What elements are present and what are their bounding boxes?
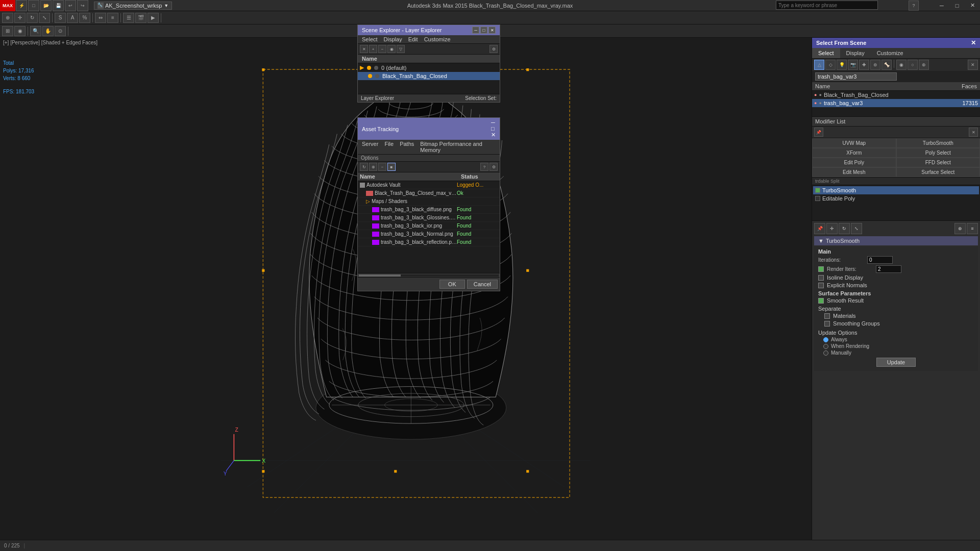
le-menu-customize[interactable]: Customize xyxy=(424,36,451,42)
pan-btn[interactable]: ✋ xyxy=(42,26,54,36)
orbit-btn[interactable]: ⊙ xyxy=(55,26,66,36)
at-tb-remove[interactable]: − xyxy=(378,163,386,171)
mod-btn-surface-select[interactable]: Surface Select xyxy=(896,167,981,177)
asset-row-reflection[interactable]: trash_bag_3_black_reflection.png Found xyxy=(358,238,500,246)
at-tb-refresh[interactable]: ↻ xyxy=(360,163,368,171)
render-iters-input[interactable] xyxy=(876,265,901,273)
move-btn[interactable]: ✛ xyxy=(14,13,26,23)
turbosmooth-rollout-header[interactable]: ▼ TurboSmooth xyxy=(814,236,978,245)
all-filter-btn[interactable]: ◉ xyxy=(896,60,906,70)
asset-row-ior[interactable]: trash_bag_3_black_ior.png Found xyxy=(358,222,500,230)
smooth-result-checkbox[interactable] xyxy=(818,298,824,304)
layer-row-default[interactable]: ▶ 0 (default) xyxy=(358,63,500,72)
asset-row-maps[interactable]: ▷ Maps / Shaders xyxy=(358,197,500,206)
space-filter-btn[interactable]: ⊛ xyxy=(870,60,880,70)
at-tb-settings[interactable]: ⚙ xyxy=(489,163,498,171)
shaded-btn[interactable]: ◉ xyxy=(14,26,26,36)
asset-ok-button[interactable]: OK xyxy=(439,280,465,289)
asset-row-vault[interactable]: Autodesk Vault Logged O... xyxy=(358,181,500,189)
env-sel-btn[interactable]: ⊕ xyxy=(954,223,966,234)
at-restore[interactable]: □ xyxy=(491,126,496,132)
search-input[interactable] xyxy=(776,1,878,10)
mod-pin-btn[interactable]: 📌 xyxy=(814,128,823,137)
iterations-input[interactable] xyxy=(867,256,893,264)
quick-access-icon[interactable]: ⚡ xyxy=(16,0,27,11)
scene-panel-close[interactable]: ✕ xyxy=(971,39,976,46)
undo-icon[interactable]: ↩ xyxy=(65,0,76,11)
mod-extra-btn[interactable]: ≡ xyxy=(967,223,978,234)
zoom-btn[interactable]: 🔍 xyxy=(30,26,41,36)
asset-scrollbar[interactable] xyxy=(358,273,500,277)
materials-checkbox[interactable] xyxy=(824,313,830,319)
tab-customize[interactable]: Customize xyxy=(871,48,910,58)
layer-btn[interactable]: ☰ xyxy=(123,13,134,23)
asset-row-diffuse[interactable]: trash_bag_3_black_diffuse.png Found xyxy=(358,206,500,214)
mod-btn-turbosmooth[interactable]: TurboSmooth xyxy=(896,138,981,148)
align-btn[interactable]: ≡ xyxy=(107,13,118,23)
mod-btn-poly-select[interactable]: Poly Select xyxy=(896,148,981,158)
le-tb-add[interactable]: + xyxy=(369,45,377,53)
percent-snap[interactable]: % xyxy=(79,13,90,23)
snap-toggle[interactable]: S xyxy=(55,13,66,23)
at-options-label[interactable]: Options xyxy=(361,155,378,161)
mod-close-btn[interactable]: ✕ xyxy=(969,128,978,137)
invert-filter-btn[interactable]: ⊕ xyxy=(919,60,929,70)
open-icon[interactable]: 📂 xyxy=(40,0,52,11)
workspace-tab[interactable]: 🔧 AK_Screenshot_wrksp ▼ xyxy=(94,2,172,10)
restore-button[interactable]: □ xyxy=(949,0,965,11)
mod-btn-xform[interactable]: XForm xyxy=(812,148,896,158)
le-menu-edit[interactable]: Edit xyxy=(408,36,418,42)
le-tb-sel[interactable]: ◉ xyxy=(387,45,396,53)
bone-filter-btn[interactable]: 🦴 xyxy=(881,60,892,70)
layer-explorer-close[interactable]: ✕ xyxy=(488,27,496,34)
scale-sel-btn[interactable]: ⤡ xyxy=(851,223,862,234)
le-tb-close[interactable]: ✕ xyxy=(360,45,368,53)
mod-btn-ffd-select[interactable]: FFD Select xyxy=(896,158,981,167)
manually-radio-item[interactable]: Manually xyxy=(823,350,974,356)
mod-check-editable-poly[interactable] xyxy=(815,196,820,201)
mod-check-turbosmooth[interactable] xyxy=(815,188,820,193)
le-menu-select[interactable]: Select xyxy=(362,36,378,42)
mod-btn-uvw-map[interactable]: UVW Map xyxy=(812,138,896,148)
le-tb-options[interactable]: ⚙ xyxy=(489,45,498,53)
layer-explorer-restore[interactable]: □ xyxy=(480,27,487,34)
tab-select[interactable]: Select xyxy=(812,48,840,58)
new-icon[interactable]: □ xyxy=(28,0,39,11)
at-menu-paths[interactable]: Paths xyxy=(400,141,414,153)
mod-btn-edit-poly[interactable]: Edit Poly xyxy=(812,158,896,167)
when-rendering-radio-item[interactable]: When Rendering xyxy=(823,343,974,349)
update-button[interactable]: Update xyxy=(876,358,916,367)
help-icon[interactable]: ? xyxy=(909,1,919,11)
rotate-btn[interactable]: ↻ xyxy=(27,13,38,23)
at-menu-bitmap[interactable]: Bitmap Performance and Memory xyxy=(420,141,496,153)
none-filter-btn[interactable]: ○ xyxy=(908,60,918,70)
tab-display[interactable]: Display xyxy=(840,48,871,58)
angle-snap[interactable]: A xyxy=(67,13,78,23)
layer-explorer-minimize[interactable]: ─ xyxy=(472,27,479,34)
select-btn[interactable]: ⊕ xyxy=(2,13,13,23)
always-radio-item[interactable]: Always xyxy=(823,337,974,342)
isoline-checkbox[interactable] xyxy=(818,275,824,281)
asset-row-max[interactable]: Black_Trash_Bag_Closed_max_vray.max Ok xyxy=(358,189,500,197)
close-filter-btn[interactable]: ✕ xyxy=(968,60,978,70)
le-menu-display[interactable]: Display xyxy=(384,36,402,42)
le-tb-filter[interactable]: ▽ xyxy=(397,45,405,53)
move-sel-btn[interactable]: ✛ xyxy=(826,223,838,234)
modifier-stack-item-editable-poly[interactable]: Editable Poly xyxy=(813,194,979,203)
pin-sel-btn[interactable]: 📌 xyxy=(814,223,825,234)
at-close[interactable]: ✕ xyxy=(491,132,496,138)
close-button[interactable]: ✕ xyxy=(965,0,980,11)
render-setup[interactable]: 🎬 xyxy=(135,13,146,23)
mirror-btn[interactable]: ⇔ xyxy=(95,13,106,23)
at-tb-active[interactable]: ■ xyxy=(387,163,396,171)
scene-obj-trash-bag-var3[interactable]: ● ● trash_bag_var3 17315 xyxy=(812,99,980,107)
explicit-normals-checkbox[interactable] xyxy=(818,283,824,288)
save-icon[interactable]: 💾 xyxy=(53,0,64,11)
asset-cancel-button[interactable]: Cancel xyxy=(467,280,498,289)
render-btn[interactable]: ▶ xyxy=(148,13,159,23)
at-menu-server[interactable]: Server xyxy=(362,141,378,153)
minimize-button[interactable]: ─ xyxy=(934,0,949,11)
scene-obj-black-trash-bag-closed[interactable]: ● ● Black_Trash_Bag_Closed xyxy=(812,91,980,99)
shape-filter-btn[interactable]: ◇ xyxy=(825,60,836,70)
le-tb-del[interactable]: − xyxy=(378,45,386,53)
